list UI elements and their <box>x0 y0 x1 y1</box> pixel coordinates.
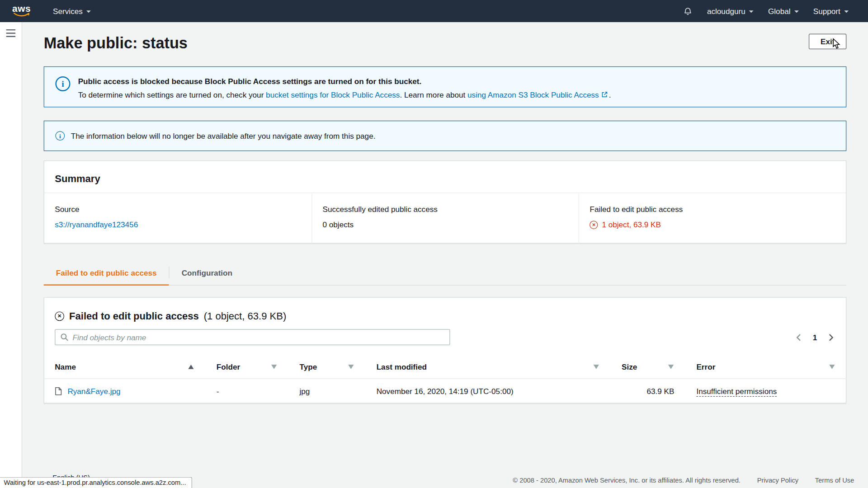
error-circle-icon: ✕ <box>55 311 64 321</box>
left-sidebar <box>0 22 22 488</box>
content-column: Make public: status Exit i Public access… <box>44 34 847 404</box>
region-menu[interactable]: Global <box>768 0 799 22</box>
column-header-size[interactable]: Size <box>611 355 686 378</box>
alert-body: To determine which settings are turned o… <box>78 89 611 99</box>
panel-object-count: (1 object, 63.9 KB) <box>204 310 287 322</box>
summary-card: Summary Source s3://ryanandfaye123456 Su… <box>44 160 847 244</box>
top-navigation-bar: aws Services acloudguru <box>0 0 868 22</box>
sort-icon <box>668 365 674 369</box>
object-error[interactable]: Insufficient permissions <box>696 387 777 397</box>
column-label: Size <box>622 362 637 371</box>
panel-title: Failed to edit public access <box>69 310 199 322</box>
topnav-left: aws Services <box>12 0 91 22</box>
failed-label: Failed to edit public access <box>590 205 835 214</box>
block-public-access-docs-link[interactable]: using Amazon S3 Block Public Access <box>467 90 599 99</box>
chevron-down-icon <box>794 10 799 13</box>
exit-button[interactable]: Exit <box>809 34 846 49</box>
panel-toolbar: 1 <box>44 329 846 346</box>
column-label: Name <box>55 362 76 371</box>
summary-failed-column: Failed to edit public access ✕ 1 object,… <box>579 193 846 243</box>
sort-icon <box>348 365 354 369</box>
tab-configuration[interactable]: Configuration <box>170 260 245 285</box>
panel-header: ✕ Failed to edit public access (1 object… <box>44 308 846 324</box>
summary-columns: Source s3://ryanandfaye123456 Successful… <box>44 193 846 243</box>
info-icon: i <box>55 131 65 141</box>
object-type: jpg <box>289 379 366 404</box>
bucket-settings-link[interactable]: bucket settings for Block Public Access <box>266 90 400 99</box>
chevron-left-icon <box>796 333 801 341</box>
summary-title: Summary <box>55 173 835 185</box>
column-label: Last modified <box>377 362 427 371</box>
alert-text: The information below will no longer be … <box>71 131 376 141</box>
page-header: Make public: status Exit <box>44 34 847 61</box>
blocked-access-alert: i Public access is blocked because Block… <box>44 66 847 108</box>
mouse-cursor <box>833 38 840 49</box>
navigate-away-alert: i The information below will no longer b… <box>44 121 847 151</box>
support-menu[interactable]: Support <box>813 0 849 22</box>
chevron-down-icon <box>844 10 849 13</box>
page-title: Make public: status <box>44 34 188 53</box>
chevron-right-icon <box>829 333 834 341</box>
bell-icon <box>683 6 693 16</box>
source-label: Source <box>55 205 301 214</box>
info-icon: i <box>55 76 70 91</box>
pagination: 1 <box>796 333 835 342</box>
failed-value: 1 object, 63.9 KB <box>602 220 661 230</box>
column-header-error[interactable]: Error <box>686 355 847 378</box>
alert-heading: Public access is blocked because Block P… <box>78 76 611 86</box>
aws-logo-text: aws <box>12 5 31 12</box>
region-label: Global <box>768 7 791 16</box>
browser-status-bar: Waiting for us-east-1.prod.pr.analytics.… <box>0 477 192 488</box>
tab-bar: Failed to edit public access Configurati… <box>44 260 847 286</box>
failed-value-row: ✕ 1 object, 63.9 KB <box>590 220 835 230</box>
sort-icon <box>594 365 599 369</box>
success-label: Successfully edited public access <box>322 205 568 214</box>
source-bucket-link[interactable]: s3://ryanandfaye123456 <box>55 220 138 229</box>
aws-logo[interactable]: aws <box>12 5 31 17</box>
alert-body-text: . Learn more about <box>400 90 467 99</box>
summary-source-column: Source s3://ryanandfaye123456 <box>44 193 311 243</box>
object-size: 63.9 KB <box>611 379 686 404</box>
topnav-right: acloudguru Global Support <box>683 0 849 22</box>
footer: © 2008 - 2020, Amazon Web Services, Inc.… <box>513 476 854 484</box>
summary-header: Summary <box>44 161 846 193</box>
object-name-link[interactable]: Ryan&Faye.jpg <box>67 387 120 396</box>
table-row: Ryan&Faye.jpg - jpg November 16, 2020, 1… <box>44 379 847 404</box>
alert-content: Public access is blocked because Block P… <box>78 76 611 99</box>
sort-icon <box>829 365 835 369</box>
privacy-policy-link[interactable]: Privacy Policy <box>757 476 798 484</box>
objects-table: Name Folder Type Last modified <box>44 355 847 404</box>
summary-success-column: Successfully edited public access 0 obje… <box>311 193 579 243</box>
hamburger-menu-icon[interactable] <box>6 29 15 37</box>
file-icon <box>55 387 62 396</box>
column-header-last-modified[interactable]: Last modified <box>366 355 611 378</box>
aws-smile-icon <box>13 12 30 17</box>
support-label: Support <box>813 7 840 16</box>
chevron-down-icon <box>749 10 754 13</box>
terms-of-use-link[interactable]: Terms of Use <box>815 476 854 484</box>
search-icon <box>60 333 68 341</box>
notifications-bell-button[interactable] <box>683 0 693 22</box>
column-header-name[interactable]: Name <box>44 355 206 378</box>
tab-failed-to-edit[interactable]: Failed to edit public access <box>44 260 169 285</box>
column-label: Type <box>299 362 317 371</box>
account-label: acloudguru <box>707 7 745 16</box>
alert-body-text: To determine which settings are turned o… <box>78 90 266 99</box>
external-link-icon <box>601 91 608 98</box>
column-header-type[interactable]: Type <box>289 355 366 378</box>
pagination-current-page[interactable]: 1 <box>813 333 817 342</box>
object-search-box[interactable] <box>55 329 450 346</box>
account-menu[interactable]: acloudguru <box>707 0 754 22</box>
copyright-text: © 2008 - 2020, Amazon Web Services, Inc.… <box>513 476 741 484</box>
failed-objects-panel: ✕ Failed to edit public access (1 object… <box>44 297 847 404</box>
services-label: Services <box>53 7 83 16</box>
column-label: Folder <box>217 362 240 371</box>
main-content: Make public: status Exit i Public access… <box>22 22 868 488</box>
column-header-folder[interactable]: Folder <box>206 355 289 378</box>
services-menu[interactable]: Services <box>53 0 91 22</box>
search-input[interactable] <box>72 333 444 342</box>
object-folder: - <box>206 379 289 404</box>
pagination-previous-button[interactable] <box>796 333 801 341</box>
table-header-row: Name Folder Type Last modified <box>44 355 847 378</box>
pagination-next-button[interactable] <box>829 333 834 341</box>
